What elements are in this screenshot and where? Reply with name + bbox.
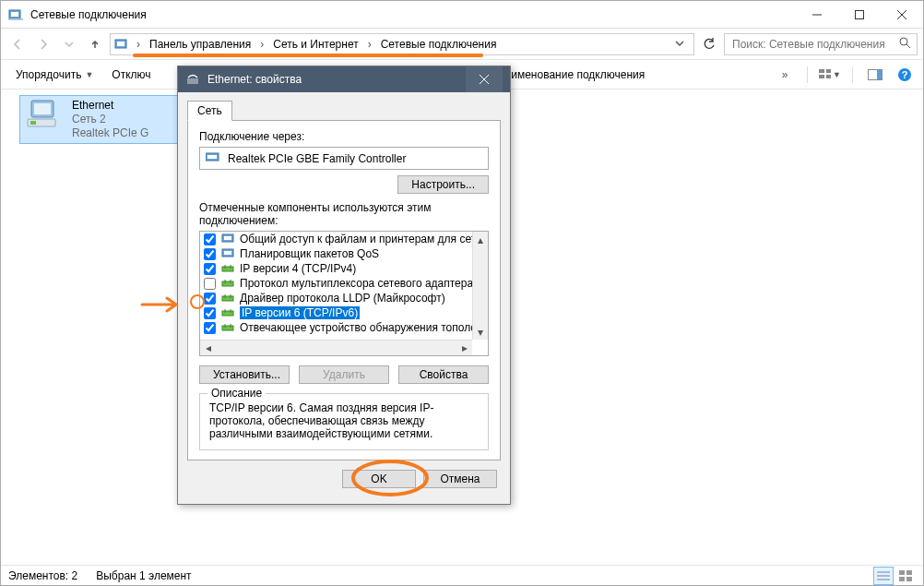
tab-body: Подключение через: Realtek PCIe GBE Fami… [187,120,501,460]
search-input[interactable] [730,37,893,52]
component-checkbox[interactable] [204,307,216,319]
maximize-button[interactable] [838,1,881,29]
component-row[interactable]: Драйвер протокола LLDP (Майкрософт) [200,291,472,305]
cancel-button[interactable]: Отмена [423,470,497,488]
monitor-icon [221,233,236,245]
vertical-scrollbar[interactable]: ▴ ▾ [472,232,488,340]
svg-line-10 [906,44,910,48]
annotation-underline [133,54,483,57]
dialog-title: Ethernet: свойства [207,73,302,86]
ok-button[interactable]: OK [342,470,416,488]
svg-rect-45 [222,296,233,301]
component-checkbox[interactable] [204,263,216,275]
search-icon[interactable] [898,36,911,52]
component-label: Планировщик пакетов QoS [240,247,379,260]
help-button[interactable]: ? [894,64,916,86]
component-row[interactable]: Отвечающее устройство обнаружения тополо… [200,320,472,335]
component-label: Общий доступ к файлам и принтерам для се… [240,233,472,245]
component-label: Драйвер протокола LLDP (Майкрософт) [240,292,445,305]
protocol-icon [221,322,236,333]
breadcrumb-item[interactable]: Сетевые подключения [375,36,503,53]
recent-button[interactable] [58,33,80,55]
up-button[interactable] [84,33,106,55]
horizontal-scrollbar[interactable]: ◂ ▸ [200,340,472,355]
view-options-button[interactable]: ▼ [819,64,841,86]
large-icons-view-icon[interactable] [895,567,916,585]
more-button[interactable]: » [774,64,796,86]
component-checkbox[interactable] [204,233,216,245]
forward-button[interactable] [32,33,54,55]
svg-rect-20 [34,103,51,114]
breadcrumb-item[interactable]: Панель управления [144,36,256,53]
svg-rect-38 [224,251,231,255]
component-label: Протокол мультиплексора сетевого адаптер… [240,277,472,290]
organize-button[interactable]: Упорядочить▼ [8,65,101,85]
configure-button[interactable]: Настроить... [397,175,489,194]
install-button[interactable]: Установить... [199,365,290,384]
description-text: TCP/IP версии 6. Самая поздняя версия IP… [209,401,479,440]
tab-network[interactable]: Сеть [187,101,232,121]
adapter-icon [206,151,220,165]
svg-point-9 [900,38,907,45]
component-checkbox[interactable] [204,293,216,305]
svg-rect-29 [906,577,912,581]
status-bar: Элементов: 2 Выбран 1 элемент [1,565,923,585]
component-row[interactable]: IP версии 6 (TCP/IPv6) [200,305,472,320]
svg-rect-28 [899,577,905,581]
adapter-name: Realtek PCIe GBE Family Controller [228,152,406,165]
protocol-icon [221,278,236,289]
refresh-button[interactable] [698,33,720,55]
search-box[interactable] [724,33,918,55]
connection-name: Ethernet [72,99,148,113]
status-selected: Выбран 1 элемент [96,569,191,582]
svg-rect-12 [826,69,831,73]
protocol-icon [221,293,236,304]
scroll-down-button[interactable]: ▾ [473,324,488,340]
description-group: Описание TCP/IP версии 6. Самая поздняя … [199,393,489,450]
svg-rect-13 [819,75,824,78]
svg-rect-36 [224,236,231,240]
scroll-up-button[interactable]: ▴ [473,232,488,247]
scroll-left-button[interactable]: ◂ [200,341,216,355]
svg-rect-27 [906,570,912,575]
uninstall-button[interactable]: Удалить [299,365,389,384]
scroll-right-button[interactable]: ▸ [456,341,472,355]
dialog-close-button[interactable] [466,66,503,92]
network-icon [185,71,200,89]
address-dropdown[interactable] [669,38,690,51]
svg-rect-11 [819,69,824,73]
chevron-right-icon[interactable]: › [135,38,142,51]
rename-connection-button[interactable]: еименование подключения [498,65,653,85]
status-elements: Элементов: 2 [8,569,77,582]
connect-via-label: Подключение через: [199,130,489,143]
svg-rect-34 [207,155,217,159]
components-label: Отмеченные компоненты используются этим … [199,201,489,227]
svg-rect-48 [222,311,233,316]
preview-pane-button[interactable] [864,64,886,86]
component-row[interactable]: Протокол мультиплексора сетевого адаптер… [200,276,472,291]
nav-bar: › Панель управления › Сеть и Интернет › … [1,29,923,60]
component-checkbox[interactable] [204,248,216,260]
component-row[interactable]: IP версии 4 (TCP/IPv4) [200,261,472,276]
component-checkbox[interactable] [204,278,216,290]
address-bar[interactable]: › Панель управления › Сеть и Интернет › … [110,33,694,55]
component-label: Отвечающее устройство обнаружения тополо… [240,321,472,334]
component-row[interactable]: Планировщик пакетов QoS [200,246,472,261]
protocol-icon [221,307,236,318]
chevron-right-icon[interactable]: › [366,38,373,51]
svg-rect-39 [222,267,233,271]
back-button[interactable] [6,33,29,55]
breadcrumb-item[interactable]: Сеть и Интернет [267,36,363,53]
properties-button[interactable]: Свойства [398,365,489,384]
svg-rect-51 [222,326,233,330]
component-checkbox[interactable] [204,322,216,334]
components-list: Общий доступ к файлам и принтерам для се… [199,231,489,356]
explorer-window: Сетевые подключения › Панель управления … [0,0,924,586]
minimize-button[interactable] [796,1,838,29]
chevron-right-icon[interactable]: › [258,38,266,51]
component-row[interactable]: Общий доступ к файлам и принтерам для се… [200,232,472,246]
connection-network: Сеть 2 [72,113,148,126]
disable-device-button[interactable]: Отключ [104,65,158,85]
close-button[interactable] [881,1,923,29]
details-view-icon[interactable] [873,567,894,585]
